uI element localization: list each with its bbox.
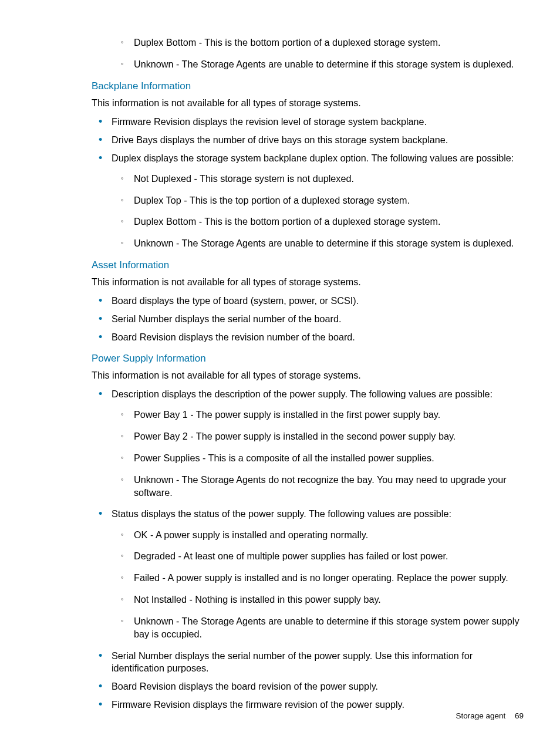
list-item: Not Duplexed - This storage system is no… [122, 173, 525, 185]
footer-section-label: Storage agent [456, 711, 505, 720]
list-item: Duplex displays the storage system backp… [101, 152, 525, 251]
backplane-duplex-sublist: Not Duplexed - This storage system is no… [112, 173, 525, 250]
power-desc-sublist: Power Bay 1 - The power supply is instal… [112, 409, 525, 499]
list-item: Description displays the description of … [101, 388, 525, 499]
paragraph: This information is not available for al… [92, 97, 525, 110]
page-content: Duplex Bottom - This is the bottom porti… [35, 36, 525, 711]
list-item: Firmware Revision displays the firmware … [101, 698, 525, 711]
list-item: Duplex Top - This is the top portion of … [122, 194, 525, 207]
list-item: Power Bay 1 - The power supply is instal… [122, 409, 525, 421]
backplane-list: Firmware Revision displays the revision … [92, 116, 525, 251]
list-item: Power Supplies - This is a composite of … [122, 452, 525, 465]
list-item: Degraded - At least one of multiple powe… [122, 550, 525, 563]
list-item: Serial Number displays the serial number… [101, 650, 525, 674]
intro-sub-list: Duplex Bottom - This is the bottom porti… [112, 36, 525, 71]
list-item: Drive Bays displays the number of drive … [101, 134, 525, 146]
list-item: Failed - A power supply is installed and… [122, 572, 525, 585]
heading-power: Power Supply Information [92, 353, 525, 364]
heading-backplane: Backplane Information [92, 80, 525, 92]
power-list: Description displays the description of … [92, 388, 525, 711]
list-item: Duplex Bottom - This is the bottom porti… [101, 36, 525, 71]
list-item: Unknown - The Storage Agents are unable … [122, 615, 525, 641]
list-item: Unknown - The Storage Agents do not reco… [122, 474, 525, 499]
list-item: Not Installed - Nothing is installed in … [122, 593, 525, 606]
document-page: Duplex Bottom - This is the bottom porti… [0, 0, 560, 746]
list-item: Unknown - The Storage Agents are unable … [122, 237, 525, 250]
list-item-text: Status displays the status of the power … [112, 508, 451, 519]
list-item: Power Bay 2 - The power supply is instal… [122, 430, 525, 443]
list-item: Duplex Bottom - This is the bottom porti… [122, 215, 525, 228]
intro-continuation-list: Duplex Bottom - This is the bottom porti… [92, 36, 525, 71]
paragraph: This information is not available for al… [92, 276, 525, 289]
list-item: Unknown - The Storage Agents are unable … [122, 58, 525, 71]
asset-list: Board displays the type of board (system… [92, 295, 525, 343]
page-footer: Storage agent 69 [456, 711, 524, 720]
list-item: Firmware Revision displays the revision … [101, 116, 525, 128]
power-status-sublist: OK - A power supply is installed and ope… [112, 529, 525, 641]
list-item: OK - A power supply is installed and ope… [122, 529, 525, 542]
paragraph: This information is not available for al… [92, 369, 525, 382]
list-item: Duplex Bottom - This is the bottom porti… [122, 36, 525, 49]
list-item: Serial Number displays the serial number… [101, 313, 525, 325]
list-item: Board Revision displays the board revisi… [101, 680, 525, 693]
list-item-text: Duplex displays the storage system backp… [112, 153, 514, 163]
list-item: Board displays the type of board (system… [101, 295, 525, 307]
heading-asset: Asset Information [92, 259, 525, 271]
list-item-text: Description displays the description of … [112, 389, 492, 399]
list-item: Status displays the status of the power … [101, 508, 525, 640]
footer-page-number: 69 [515, 711, 524, 720]
list-item: Board Revision displays the revision num… [101, 331, 525, 343]
